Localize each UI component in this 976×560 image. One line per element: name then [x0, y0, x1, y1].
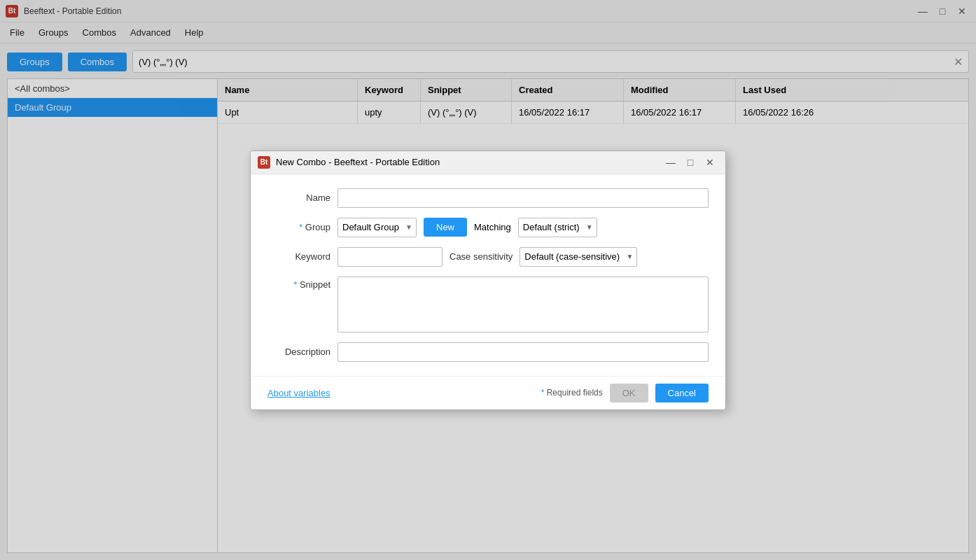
description-row: Description [267, 342, 709, 362]
new-group-button[interactable]: New [424, 218, 467, 237]
dialog-title-left: Bt New Combo - Beeftext - Portable Editi… [258, 156, 440, 169]
matching-label: Matching [474, 222, 511, 232]
snippet-row: Snippet [267, 276, 709, 332]
matching-select[interactable]: Default (strict) [518, 218, 597, 237]
footer-right: Required fields OK Cancel [541, 384, 709, 402]
new-combo-dialog: Bt New Combo - Beeftext - Portable Editi… [250, 150, 726, 410]
dialog-maximize-button[interactable]: □ [682, 155, 699, 169]
snippet-textarea[interactable] [337, 276, 709, 332]
group-select[interactable]: Default Group [337, 218, 417, 237]
group-row: Group Default Group ▼ New Matching Defau… [267, 218, 709, 237]
description-label: Description [267, 346, 330, 357]
keyword-label: Keyword [267, 251, 330, 262]
dialog-minimize-button[interactable]: — [662, 155, 679, 169]
about-variables-link[interactable]: About variables [267, 388, 330, 398]
case-sensitivity-select-wrapper: Default (case-sensitive) ▼ [520, 247, 637, 267]
dialog-window-controls: — □ ✕ [662, 155, 718, 169]
dialog-close-button[interactable]: ✕ [702, 155, 718, 169]
name-row: Name [267, 188, 709, 208]
cancel-button[interactable]: Cancel [655, 384, 709, 402]
dialog-footer: About variables Required fields OK Cance… [251, 376, 725, 410]
ok-button[interactable]: OK [610, 384, 648, 402]
group-select-wrapper: Default Group ▼ [337, 218, 417, 237]
dialog-body: Name Group Default Group ▼ New Matching … [251, 174, 725, 376]
dialog-title-bar: Bt New Combo - Beeftext - Portable Editi… [251, 151, 725, 174]
modal-overlay: Bt New Combo - Beeftext - Portable Editi… [0, 0, 976, 560]
snippet-label: Snippet [267, 276, 330, 290]
dialog-title: New Combo - Beeftext - Portable Edition [276, 157, 440, 167]
name-input[interactable] [337, 188, 709, 208]
dialog-app-icon: Bt [258, 156, 270, 169]
keyword-input[interactable] [337, 247, 442, 267]
name-label: Name [267, 192, 330, 203]
group-label: Group [267, 222, 330, 232]
matching-select-wrapper: Default (strict) ▼ [518, 218, 597, 237]
description-input[interactable] [337, 342, 709, 362]
case-sensitivity-label: Case sensitivity [449, 251, 513, 262]
keyword-row: Keyword Case sensitivity Default (case-s… [267, 247, 709, 267]
case-sensitivity-select[interactable]: Default (case-sensitive) [520, 247, 637, 267]
required-note: Required fields [541, 388, 603, 398]
